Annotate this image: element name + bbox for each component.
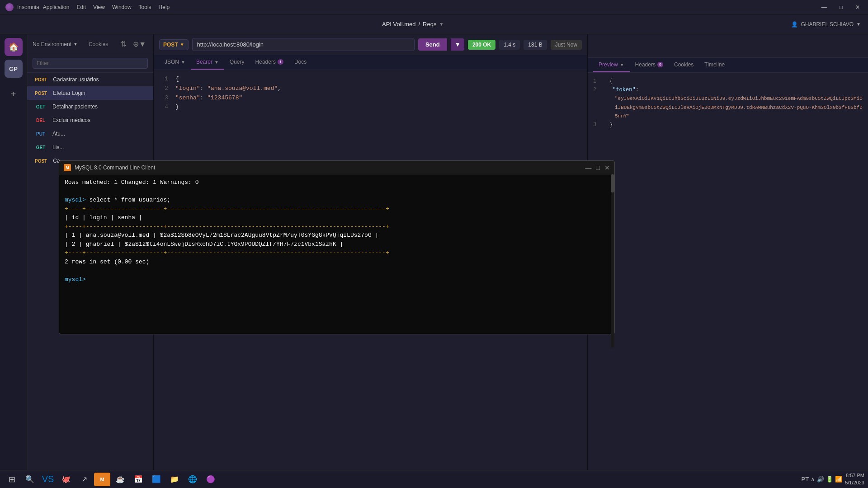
mysql-scrollbar-thumb	[611, 174, 614, 192]
send-button[interactable]: Send	[418, 38, 447, 51]
mysql-line-row1: | 1 | ana.souza@voll.med | $2a$12$b8eOVy…	[65, 231, 609, 240]
response-panel: Preview ▼ Headers 9 Cookies Timeline 1{ …	[588, 34, 868, 474]
taskbar-search-icon[interactable]: 🔍	[22, 473, 38, 486]
tab-resp-headers-label: Headers	[635, 61, 656, 68]
request-toolbar: POST ▼ Send ▼ 200 OK 1.4 s 181 B Just No…	[154, 34, 587, 55]
mysql-line-header: | id | login | senha |	[65, 213, 609, 222]
method-selector[interactable]: POST ▼	[159, 39, 189, 50]
systray-volume-icon[interactable]: 🔊	[817, 476, 824, 483]
collection-name[interactable]: Reqs	[423, 21, 436, 28]
taskbar-network-icon[interactable]: ↗	[76, 473, 92, 486]
taskbar-mysql-icon[interactable]: M	[94, 473, 110, 486]
menu-tools[interactable]: Tools	[139, 4, 151, 10]
mysql-line-rows-matched: Rows matched: 1 Changed: 1 Warnings: 0	[65, 178, 609, 187]
nav-item-lis[interactable]: GET Lis...	[27, 141, 153, 154]
response-time-badge: 1.4 s	[499, 40, 520, 50]
menu-help[interactable]: Help	[159, 4, 170, 10]
sidebar-icon-home[interactable]: 🏠	[5, 38, 23, 56]
user-dropdown-icon[interactable]: ▼	[856, 22, 861, 27]
add-request-icon[interactable]: ⊕▼	[131, 39, 148, 49]
tab-docs[interactable]: Docs	[289, 55, 312, 70]
method-badge-post: POST	[33, 90, 49, 96]
title-bar-controls: — □ ✕	[819, 3, 863, 11]
mysql-maximize-button[interactable]: □	[596, 164, 600, 171]
close-button[interactable]: ✕	[853, 3, 863, 11]
nav-item-excluir[interactable]: DEL Excluir médicos	[27, 113, 153, 127]
systray-battery-icon[interactable]: 🔋	[826, 476, 833, 483]
systray-wifi-icon[interactable]: 📶	[835, 476, 842, 483]
systray-expand[interactable]: ∧	[811, 476, 815, 483]
taskbar: ⊞ 🔍 VS 🐙 ↗ M ☕ 📅 🟦 📁 🌐 🟣 PT ∧ 🔊 🔋 📶 8:57…	[0, 470, 868, 488]
taskbar-teams-icon[interactable]: 🟦	[148, 473, 165, 486]
mysql-icon: M	[64, 164, 71, 171]
taskbar-explorer-icon[interactable]: 📁	[166, 473, 183, 486]
tab-bearer[interactable]: Bearer ▼	[191, 55, 224, 70]
tab-preview[interactable]: Preview ▼	[593, 58, 630, 72]
tab-resp-cookies[interactable]: Cookies	[669, 58, 699, 72]
taskbar-intellij-icon[interactable]: ☕	[112, 473, 128, 486]
mysql-title-left: M MySQL 8.0 Command Line Client	[64, 164, 155, 171]
method-badge-del: DEL	[33, 117, 49, 123]
mysql-line-blank2	[65, 266, 609, 275]
tab-resp-headers[interactable]: Headers 9	[630, 58, 669, 72]
menu-edit[interactable]: Edit	[76, 4, 86, 10]
filter-input[interactable]	[33, 58, 148, 69]
menu-window[interactable]: Window	[112, 4, 132, 10]
mysql-window[interactable]: M MySQL 8.0 Command Line Client — □ ✕ Ro…	[59, 160, 615, 334]
mysql-line-prompt: mysql>	[65, 275, 609, 284]
mysql-scrollbar[interactable]	[611, 174, 614, 347]
menu-application[interactable]: Application	[43, 4, 70, 10]
resp-headers-badge: 9	[657, 62, 663, 67]
maximize-button[interactable]: □	[837, 3, 845, 11]
mysql-minimize-button[interactable]: —	[585, 164, 592, 171]
cookies-button[interactable]: Cookies	[89, 41, 108, 47]
tab-headers-label: Headers	[255, 59, 276, 65]
env-dropdown-icon: ▼	[73, 42, 78, 47]
title-bar-menus: Application Edit View Window Tools Help	[43, 4, 170, 10]
send-dropdown-button[interactable]: ▼	[451, 38, 464, 51]
nav-item-cadastrar[interactable]: POST Cadastrar usuários	[27, 73, 153, 86]
app-header-right: 👤 GHABRIEL SCHIAVO ▼	[791, 21, 861, 28]
nav-item-name: Excluir médicos	[52, 117, 90, 123]
tab-json[interactable]: JSON ▼	[159, 55, 191, 70]
tab-query[interactable]: Query	[224, 55, 250, 70]
project-name: API Voll.med	[382, 21, 415, 28]
tab-bearer-dropdown: ▼	[214, 60, 219, 65]
menu-view[interactable]: View	[93, 4, 105, 10]
sidebar-icon-add[interactable]: +	[5, 85, 23, 103]
nav-item-atu[interactable]: PUT Atu...	[27, 127, 153, 141]
insomnia-logo-icon	[5, 3, 14, 11]
tab-headers[interactable]: Headers 1	[250, 55, 289, 70]
tab-json-dropdown: ▼	[181, 60, 185, 65]
method-label: POST	[163, 42, 178, 48]
mysql-terminal-content[interactable]: Rows matched: 1 Changed: 1 Warnings: 0 m…	[59, 174, 614, 334]
mysql-window-title: MySQL 8.0 Command Line Client	[75, 164, 155, 171]
sidebar-icon-gp[interactable]: GP	[5, 60, 23, 78]
clock-time: 8:57 PM	[845, 472, 864, 479]
minimize-button[interactable]: —	[819, 3, 830, 11]
title-bar-left: Insomnia Application Edit View Window To…	[5, 3, 170, 11]
nav-item-efetuar[interactable]: POST Efetuar Login	[27, 86, 153, 100]
mysql-title-bar: M MySQL 8.0 Command Line Client — □ ✕	[59, 161, 614, 174]
nav-item-name: Efetuar Login	[53, 90, 85, 96]
taskbar-chrome-icon[interactable]: 🌐	[184, 473, 201, 486]
taskbar-outlook-icon[interactable]: 📅	[130, 473, 146, 486]
app-header-center: API Voll.med / Reqs ▼	[382, 21, 443, 28]
sort-icon[interactable]: ⇅	[119, 39, 128, 49]
tab-timeline[interactable]: Timeline	[699, 58, 730, 72]
start-button[interactable]: ⊞	[4, 473, 20, 486]
icon-sidebar: 🏠 GP +	[0, 34, 27, 474]
nav-item-detalhar[interactable]: GET Detalhar pacientes	[27, 100, 153, 113]
taskbar-github-icon[interactable]: 🐙	[58, 473, 74, 486]
systray-icons: PT ∧ 🔊 🔋 📶	[802, 476, 843, 483]
mysql-close-button[interactable]: ✕	[604, 164, 610, 171]
collection-dropdown-icon[interactable]: ▼	[439, 22, 443, 27]
mysql-line-border3: +----+----------------------+-----------…	[65, 249, 609, 258]
mysql-line-border1: +----+----------------------+-----------…	[65, 205, 609, 214]
app-header: API Voll.med / Reqs ▼ 👤 GHABRIEL SCHIAVO…	[0, 14, 868, 34]
environment-selector[interactable]: No Environment ▼	[33, 41, 78, 47]
method-badge-get: GET	[33, 104, 49, 110]
url-input[interactable]	[192, 38, 415, 51]
taskbar-vscode-icon[interactable]: VS	[40, 473, 56, 486]
taskbar-insomnia-icon[interactable]: 🟣	[203, 473, 219, 486]
